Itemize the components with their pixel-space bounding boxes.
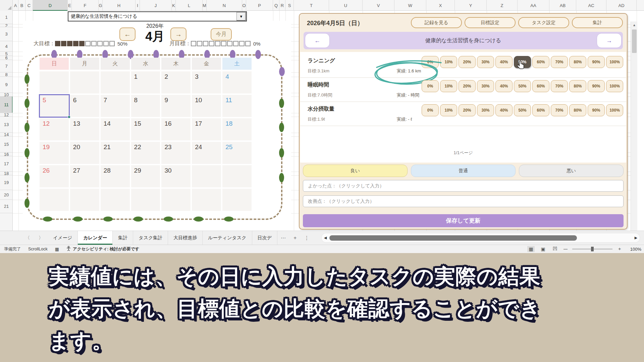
percent-button-80%[interactable]: 80%: [569, 104, 586, 116]
calendar-day-4[interactable]: 4: [222, 71, 252, 94]
calendar-day-16[interactable]: 16: [161, 118, 191, 140]
calendar-day-empty[interactable]: [40, 71, 69, 94]
percent-button-70%[interactable]: 70%: [551, 80, 568, 92]
calendar-day-empty[interactable]: [161, 189, 191, 211]
hscroll-right-icon[interactable]: ▶: [632, 236, 640, 240]
percent-button-80%[interactable]: 80%: [569, 80, 586, 92]
sheet-tab-タスク集計[interactable]: タスク集計: [133, 231, 168, 245]
row-header-5[interactable]: 5: [0, 52, 13, 56]
today-button[interactable]: 今月: [211, 28, 232, 41]
column-header-V[interactable]: V: [363, 0, 394, 11]
row-header-1[interactable]: 1: [0, 11, 13, 24]
calendar-day-empty[interactable]: [222, 189, 252, 211]
select-all-corner[interactable]: [0, 0, 13, 11]
improvement-points-input[interactable]: 改善点：（クリックして入力）: [303, 195, 624, 207]
panel-button-集計[interactable]: 集計: [572, 17, 623, 28]
sheet-tab-カレンダー[interactable]: カレンダー: [78, 231, 113, 245]
column-header-Y[interactable]: Y: [455, 0, 487, 11]
column-header-AA[interactable]: AA: [518, 0, 549, 11]
percent-button-10%[interactable]: 10%: [440, 80, 457, 92]
calendar-day-empty[interactable]: [222, 165, 252, 187]
calendar-day-20[interactable]: 20: [70, 142, 99, 164]
calendar-day-24[interactable]: 24: [192, 142, 221, 164]
percent-button-40%[interactable]: 40%: [495, 104, 513, 116]
page-break-icon[interactable]: 凹: [551, 246, 559, 252]
zoom-in-icon[interactable]: ＋: [617, 246, 622, 252]
mood-button-良い[interactable]: 良い: [303, 165, 408, 177]
macro-record-icon[interactable]: ▦: [55, 247, 59, 252]
percent-button-10%[interactable]: 10%: [440, 56, 457, 68]
column-header-O[interactable]: O: [242, 0, 246, 11]
row-header-12[interactable]: 12: [0, 113, 13, 117]
percent-button-20%[interactable]: 20%: [459, 56, 476, 68]
percent-button-0%[interactable]: 0%: [422, 104, 439, 116]
calendar-day-29[interactable]: 29: [131, 165, 160, 187]
column-header-T[interactable]: T: [294, 0, 329, 11]
percent-button-40%[interactable]: 40%: [495, 56, 513, 68]
calendar-day-27[interactable]: 27: [70, 165, 99, 187]
goal-dropdown[interactable]: 健康的な生活習慣を身につける ▼: [68, 11, 247, 21]
tab-overflow-icon[interactable]: ⋯: [277, 231, 289, 245]
normal-view-icon[interactable]: ▦: [527, 246, 535, 252]
mood-button-普通[interactable]: 普通: [411, 165, 516, 177]
row-header-4[interactable]: 4: [0, 41, 13, 52]
percent-button-50%[interactable]: 50%: [514, 104, 531, 116]
column-header-C[interactable]: C: [25, 0, 33, 11]
percent-button-30%[interactable]: 30%: [477, 56, 494, 68]
percent-button-30%[interactable]: 30%: [477, 104, 494, 116]
column-header-W[interactable]: W: [394, 0, 426, 11]
column-header-D[interactable]: D: [33, 0, 68, 11]
row-header-6[interactable]: 6: [0, 56, 13, 60]
percent-button-100%[interactable]: 100%: [606, 56, 623, 68]
calendar-day-15[interactable]: 15: [131, 118, 160, 140]
percent-button-90%[interactable]: 90%: [588, 56, 605, 68]
column-header-N[interactable]: N: [207, 0, 242, 11]
sheet-tab-大目標進捗[interactable]: 大目標進捗: [168, 231, 203, 245]
column-header-K[interactable]: K: [172, 0, 176, 11]
row-header-13[interactable]: 13: [0, 117, 13, 133]
row-header-17[interactable]: 17: [0, 156, 13, 172]
column-header-R[interactable]: R: [279, 0, 285, 11]
row-header-15[interactable]: 15: [0, 136, 13, 153]
calendar-day-13[interactable]: 13: [70, 118, 99, 140]
row-header-7[interactable]: 7: [0, 60, 13, 72]
calendar-day-empty[interactable]: [192, 165, 221, 187]
calendar-day-1[interactable]: 1: [131, 71, 160, 94]
calendar-day-9[interactable]: 9: [161, 95, 191, 117]
calendar-day-17[interactable]: 17: [192, 118, 221, 140]
row-header-20[interactable]: 20: [0, 190, 13, 200]
sheet-tab-ルーティンタスク[interactable]: ルーティンタスク: [203, 231, 252, 245]
column-header-L[interactable]: L: [176, 0, 203, 11]
column-header-A[interactable]: A: [13, 0, 18, 11]
percent-button-20%[interactable]: 20%: [459, 104, 476, 116]
sheet-tab-集計[interactable]: 集計: [113, 231, 133, 245]
scroll-up-icon[interactable]: ▲: [631, 21, 637, 28]
dropdown-arrow-icon[interactable]: ▼: [236, 12, 246, 21]
save-button[interactable]: 保存して更新: [303, 214, 624, 227]
calendar-day-8[interactable]: 8: [131, 95, 160, 117]
row-header-10[interactable]: 10: [0, 93, 13, 97]
mood-button-悪い[interactable]: 悪い: [519, 165, 624, 177]
percent-button-100%[interactable]: 100%: [606, 104, 623, 116]
row-header-19[interactable]: 19: [0, 175, 13, 190]
row-header-18[interactable]: 18: [0, 172, 13, 175]
prev-month-button[interactable]: ←: [119, 27, 136, 41]
calendar-day-3[interactable]: 3: [192, 71, 221, 94]
row-header-21[interactable]: 21: [0, 200, 13, 213]
percent-button-80%[interactable]: 80%: [569, 56, 586, 68]
percent-button-90%[interactable]: 90%: [588, 104, 605, 116]
percent-button-30%[interactable]: 30%: [477, 80, 494, 92]
percent-button-50%[interactable]: 50%: [514, 80, 531, 92]
percent-button-60%[interactable]: 60%: [532, 56, 549, 68]
panel-button-記録を見る[interactable]: 記録を見る: [411, 17, 462, 28]
calendar-day-28[interactable]: 28: [101, 165, 130, 187]
panel-button-目標設定[interactable]: 目標設定: [465, 17, 516, 28]
add-sheet-button[interactable]: ＋: [289, 231, 301, 245]
fill-handle[interactable]: [68, 116, 70, 118]
banner-prev-button[interactable]: ←: [305, 33, 330, 48]
hscroll-left-icon[interactable]: ◀: [321, 236, 329, 240]
column-header-Z[interactable]: Z: [487, 0, 518, 11]
calendar-day-21[interactable]: 21: [101, 142, 130, 164]
tab-menu-icon[interactable]: ⋮: [301, 231, 313, 245]
calendar-day-6[interactable]: 6: [70, 95, 99, 117]
